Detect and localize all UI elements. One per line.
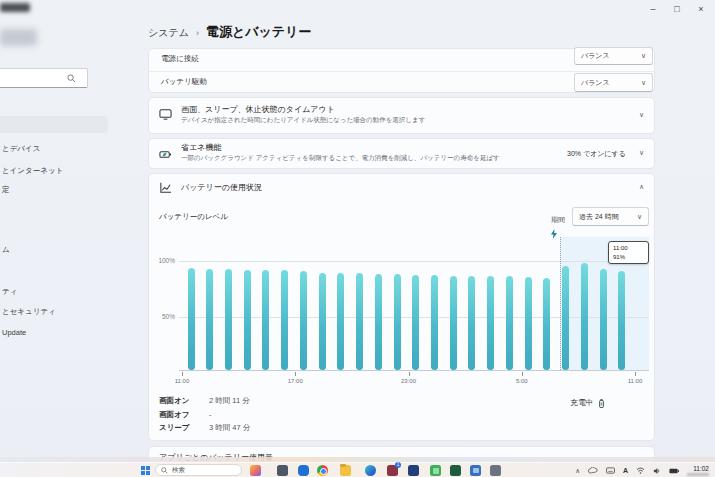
period-dropdown[interactable]: 過去 24 時間 ∨ [572,207,649,226]
edge-icon[interactable] [365,465,376,476]
x-axis-tick-label: 23:00 [392,378,426,384]
onedrive-icon[interactable] [298,465,309,476]
terminal-icon[interactable] [450,465,461,476]
battery-charging-icon [597,399,606,408]
breadcrumb-system[interactable]: システム [148,26,189,40]
divider [149,71,654,72]
x-axis-tick [522,372,523,376]
on-battery-label: バッテリ駆動 [161,77,207,87]
gridline-100 [179,261,649,262]
x-axis-tick-label: 11:00 [618,378,652,384]
chart-tooltip: 11:00 91% [608,241,649,264]
ime-mode-indicator[interactable]: A [623,467,628,474]
onedrive-cloud-icon[interactable] [588,467,598,474]
notification-badge: 1 [395,462,401,468]
tray-chevron-up-icon[interactable]: ∧ [575,467,580,475]
battery-level-bar [337,273,344,370]
widgets-icon[interactable] [250,465,261,476]
timeouts-card[interactable]: 画面、スリープ、休止状態のタイムアウト デバイスが指定された時間にわたりアイドル… [148,97,655,134]
sidebar-item[interactable]: Update [2,328,26,337]
battery-tray-icon[interactable] [669,468,679,474]
usage-stat-label: 画面オン [159,396,199,406]
volume-icon[interactable] [653,467,661,475]
battery-level-bar [206,269,213,370]
battery-level-bar [356,273,363,370]
x-axis-tick [409,372,410,376]
sidebar-item-system-selected[interactable] [0,116,108,133]
chevron-down-icon[interactable]: ∨ [639,111,644,119]
file-explorer-icon[interactable] [340,465,351,476]
plugged-in-value: バランス [581,51,610,61]
task-view-icon[interactable] [277,465,288,476]
battery-level-bar [225,269,232,370]
battery-usage-chart-icon [159,181,172,194]
sidebar-item[interactable]: とインターネット [2,166,63,176]
plugged-in-dropdown[interactable]: バランス ∨ [574,47,653,65]
search-icon [67,74,76,83]
sidebar-item[interactable]: とセキュリティ [2,307,56,317]
period-value: 過去 24 時間 [579,212,619,222]
x-axis-tick-label: 11:00 [165,378,199,384]
on-battery-dropdown[interactable]: バランス ∨ [574,73,653,92]
y-tick-50: 50% [149,313,175,320]
touch-keyboard-icon[interactable] [606,467,615,474]
movies-icon[interactable] [470,465,481,476]
mail-icon[interactable]: 1 [387,465,398,476]
energy-saver-value: 30% でオンにする [567,149,626,159]
energy-saver-card[interactable]: 省エネ機能 一部のバックグラウンド アクティビティを制限することで、電力消費を削… [148,138,655,169]
battery-level-bar [543,278,550,370]
taskbar-search[interactable]: 検索 [155,464,242,476]
sidebar-item[interactable]: ティ [2,287,17,297]
taskbar-clock[interactable]: 11:02 [687,465,709,476]
x-axis-line [179,370,649,371]
battery-level-bar [188,268,195,370]
chevron-down-icon[interactable]: ∨ [639,149,644,157]
chevron-up-icon[interactable]: ∧ [639,183,644,191]
battery-level-bar [468,276,475,370]
paint-icon[interactable] [408,465,419,476]
battery-chart-plot: 100% 50% 11:0017:0023:005:0011:00 11:00 … [149,233,656,393]
usage-stat-row: 画面オン2 時間 11 分 [159,396,250,406]
battery-level-bar [525,277,532,370]
system-tray: ∧ A 11:02 [575,463,715,477]
chevron-down-icon: ∨ [641,79,646,87]
close-button[interactable]: × [689,2,713,16]
battery-level-bar [618,271,625,370]
battery-level-bar [394,274,401,370]
chevron-right-icon: › [196,28,199,38]
chrome-icon[interactable] [317,465,328,476]
maximize-button[interactable]: □ [665,2,689,16]
sidebar-item[interactable]: 定 [2,185,10,195]
sidebar-item[interactable]: とデバイス [2,144,40,154]
battery-level-bar [281,270,288,370]
battery-level-bar [319,273,326,370]
chevron-down-icon: ∨ [637,213,642,221]
wifi-icon[interactable] [636,467,645,474]
photos-icon[interactable] [430,465,441,476]
energy-saver-title: 省エネ機能 [181,142,221,153]
battery-level-bar [244,270,251,370]
sidebar-search-box[interactable] [0,68,88,88]
taskbar-search-label: 検索 [172,466,185,475]
battery-level-bar [562,266,569,370]
screen-timeout-icon [159,108,172,121]
minimize-button[interactable]: – [641,2,665,16]
usage-stat-row: 画面オフ- [159,410,212,420]
energy-saver-description: 一部のバックグラウンド アクティビティを制限することで、電力消費を削減し、バッテ… [181,154,500,163]
desktop: – □ × とデバイスとインターネット定ムティとセキュリティUpdate システ… [0,0,715,477]
battery-level-bar [412,275,419,370]
usage-stat-value: 2 時間 11 分 [209,396,250,406]
start-button[interactable] [141,466,150,475]
battery-level-bar [375,274,382,370]
settings-icon[interactable] [490,465,501,476]
sidebar-item[interactable]: ム [2,245,10,255]
y-tick-100: 100% [149,257,175,264]
usage-stat-label: スリープ [159,423,199,433]
usage-stat-value: 3 時間 47 分 [209,423,250,433]
usage-stat-value: - [209,410,212,420]
charging-label: 充電中 [571,398,594,408]
search-icon [161,467,168,474]
lightning-bolt-icon [550,229,558,239]
plugged-in-label: 電源に接続 [161,54,199,64]
battery-level-bar [581,263,588,370]
